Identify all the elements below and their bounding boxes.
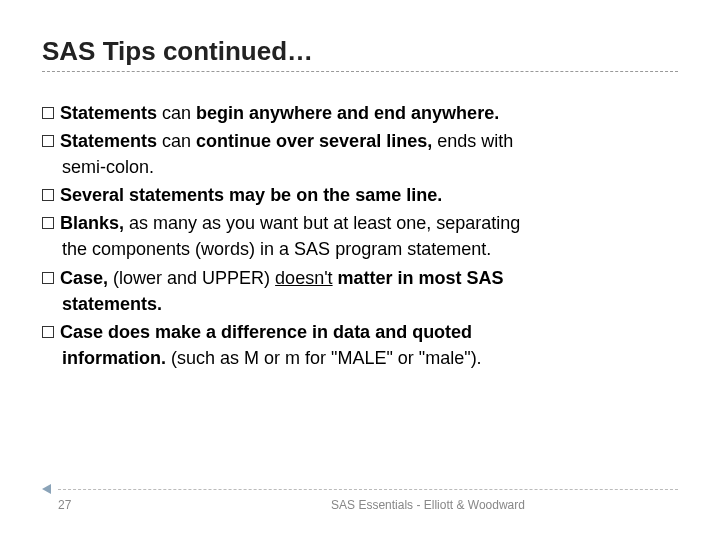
bullet-bold: does make a difference in data and quote… bbox=[103, 322, 472, 342]
bullet-lead: Case bbox=[60, 322, 103, 342]
bullet-bold: begin anywhere and end anywhere. bbox=[196, 103, 499, 123]
bullet-lead: Case, bbox=[60, 268, 108, 288]
footer: 27 SAS Essentials - Elliott & Woodward bbox=[0, 489, 720, 512]
bullet-text: as many as you want but at least one, se… bbox=[124, 213, 520, 233]
bullet-bold: matter in most SAS bbox=[333, 268, 504, 288]
bullet-item: Blanks, as many as you want but at least… bbox=[42, 210, 678, 262]
checkbox-icon bbox=[42, 272, 54, 284]
bullet-lead: Several bbox=[60, 185, 124, 205]
bullet-bold: continue over several lines, bbox=[196, 131, 432, 151]
bullet-continuation: the components (words) in a SAS program … bbox=[42, 236, 678, 262]
body-content: Statements can begin anywhere and end an… bbox=[42, 100, 678, 371]
footer-divider bbox=[58, 489, 678, 490]
bullet-continuation: statements. bbox=[62, 294, 162, 314]
bullet-item: Statements can continue over several lin… bbox=[42, 128, 678, 180]
checkbox-icon bbox=[42, 135, 54, 147]
bullet-underline: doesn't bbox=[275, 268, 332, 288]
bullet-item: Statements can begin anywhere and end an… bbox=[42, 100, 678, 126]
checkbox-icon bbox=[42, 217, 54, 229]
slide-title: SAS Tips continued… bbox=[42, 36, 678, 67]
bullet-bold: statements may be on the same line. bbox=[124, 185, 442, 205]
checkbox-icon bbox=[42, 189, 54, 201]
checkbox-icon bbox=[42, 107, 54, 119]
bullet-lead: Statements bbox=[60, 103, 157, 123]
bullet-tail: (such as M or m for "MALE" or "male"). bbox=[166, 348, 482, 368]
arrow-left-icon bbox=[42, 484, 51, 494]
bullet-text: can bbox=[157, 131, 196, 151]
bullet-item: Case does make a difference in data and … bbox=[42, 319, 678, 371]
slide: SAS Tips continued… Statements can begin… bbox=[0, 0, 720, 540]
bullet-text: (lower and UPPER) bbox=[108, 268, 275, 288]
bullet-tail: ends with bbox=[432, 131, 513, 151]
footer-source: SAS Essentials - Elliott & Woodward bbox=[178, 498, 678, 512]
bullet-continuation: semi‑colon. bbox=[42, 154, 678, 180]
bullet-lead: Statements bbox=[60, 131, 157, 151]
checkbox-icon bbox=[42, 326, 54, 338]
page-number: 27 bbox=[58, 498, 178, 512]
bullet-text: can bbox=[157, 103, 196, 123]
title-divider bbox=[42, 71, 678, 72]
bullet-lead: Blanks, bbox=[60, 213, 124, 233]
bullet-continuation: information. bbox=[62, 348, 166, 368]
bullet-item: Case, (lower and UPPER) doesn't matter i… bbox=[42, 265, 678, 317]
bullet-item: Several statements may be on the same li… bbox=[42, 182, 678, 208]
